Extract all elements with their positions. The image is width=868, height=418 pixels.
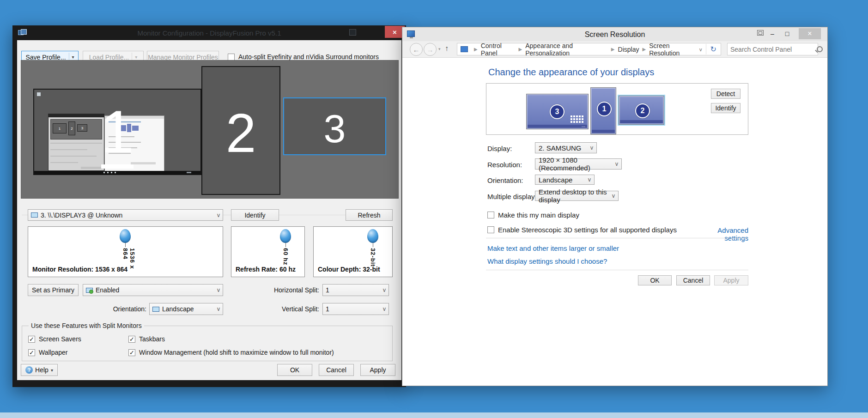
- window-management-checkbox[interactable]: ✓: [128, 349, 135, 356]
- apply-button[interactable]: Apply: [360, 364, 395, 376]
- preview-monitor-3[interactable]: 3: [283, 97, 386, 155]
- orientation-value: Landscape: [162, 305, 194, 313]
- slider-stem: [285, 243, 286, 247]
- enabled-value: Enabled: [96, 286, 119, 294]
- stereoscopic-row: Enable Stereoscopic 3D settings for all …: [487, 226, 677, 234]
- chevron-down-icon: v: [217, 306, 220, 312]
- up-button[interactable]: ↑: [445, 44, 449, 53]
- preview-monitor-2[interactable]: 2: [201, 66, 280, 195]
- taskbars-checkbox[interactable]: ✓: [128, 336, 135, 343]
- screen-resolution-titlebar: Screen Resolution – □ ×: [402, 27, 827, 41]
- back-button[interactable]: ←: [410, 43, 423, 56]
- refresh-rate-slider-handle[interactable]: [280, 229, 291, 243]
- chevron-down-icon: v: [383, 306, 386, 312]
- identify-button[interactable]: Identify: [231, 209, 279, 221]
- taskbars-row: ✓ Taskbars: [128, 335, 165, 343]
- search-input[interactable]: [728, 46, 817, 53]
- colour-depth-slider-handle[interactable]: [367, 229, 378, 243]
- ok-button[interactable]: OK: [638, 275, 672, 285]
- close-icon: ×: [807, 30, 812, 38]
- monitor-3-chin: ...: [528, 125, 587, 128]
- divider: [486, 238, 748, 238]
- breadcrumb-item-control-panel[interactable]: Control Panel: [481, 42, 516, 57]
- monitor-1-badge: 1: [597, 102, 612, 116]
- orientation-value: Landscape: [539, 176, 572, 184]
- page-title: Change the appearance of your displays: [488, 67, 654, 78]
- help-icon: ?: [25, 366, 33, 374]
- display-settings-help-link[interactable]: What display settings should I choose?: [487, 257, 607, 265]
- cancel-button[interactable]: Cancel: [676, 275, 710, 285]
- refresh-label: Refresh: [358, 212, 380, 219]
- breadcrumb-dropdown-icon[interactable]: v: [696, 47, 706, 52]
- forward-icon: →: [427, 46, 434, 54]
- search-icon[interactable]: [817, 46, 823, 52]
- cancel-button[interactable]: Cancel: [319, 364, 354, 376]
- arrangement-monitor-3[interactable]: 3 ...: [526, 94, 589, 129]
- main-display-label: Make this my main display: [498, 211, 579, 219]
- screen-savers-checkbox[interactable]: ✓: [28, 336, 35, 343]
- identify-button[interactable]: Identify: [711, 103, 741, 113]
- stereoscopic-checkbox[interactable]: [487, 226, 494, 233]
- multiple-displays-label: Multiple displays:: [487, 193, 540, 200]
- display-value: 2. SAMSUNG: [539, 144, 582, 152]
- history-dropdown-icon[interactable]: ▾: [438, 47, 441, 51]
- forward-button[interactable]: →: [424, 43, 437, 56]
- breadcrumb-item-appearance[interactable]: Appearance and Personalization: [525, 42, 608, 57]
- breadcrumb-separator-icon: ▶: [519, 47, 522, 52]
- minimize-button[interactable]: –: [765, 28, 779, 39]
- preview-monitor-1[interactable]: 1 2 3: [33, 89, 201, 175]
- arrangement-monitor-1[interactable]: 1: [590, 87, 616, 134]
- search-box: [727, 43, 818, 55]
- resolution-select[interactable]: 1920 × 1080 (Recommended) v: [535, 158, 622, 170]
- advanced-settings-link[interactable]: Advanced settings: [704, 226, 748, 242]
- navigation-bar: ← → ▾ ↑ ▶ Control Panel ▶ Appearance and…: [402, 41, 827, 58]
- maximize-button[interactable]: □: [780, 28, 794, 39]
- horizontal-split-select[interactable]: 1 v: [322, 284, 389, 296]
- vertical-split-select[interactable]: 1 v: [322, 303, 389, 315]
- identify-label: Identify: [715, 104, 736, 112]
- colour-depth-caption: Colour Depth: 32-bit: [318, 266, 380, 273]
- chevron-down-icon: v: [612, 193, 615, 199]
- display-select[interactable]: 2. SAMSUNG v: [535, 142, 597, 153]
- orientation-select[interactable]: Landscape v: [149, 303, 223, 315]
- chevron-down-icon: v: [217, 287, 220, 293]
- autosplit-checkbox[interactable]: [228, 54, 235, 61]
- main-display-checkbox[interactable]: [487, 212, 494, 218]
- resolution-slider-handle[interactable]: [120, 229, 131, 243]
- ok-label: OK: [650, 277, 659, 284]
- apply-button[interactable]: Apply: [714, 275, 748, 285]
- wallpaper-checkbox[interactable]: ✓: [28, 349, 35, 356]
- refresh-button[interactable]: Refresh: [346, 209, 393, 221]
- apply-label: Apply: [723, 277, 739, 284]
- help-label: Help: [35, 366, 49, 374]
- display-device-select[interactable]: 3. \\.\DISPLAY3 @ Unknown v: [28, 209, 223, 221]
- orientation-select[interactable]: Landscape v: [535, 175, 595, 185]
- dropdown-arrow-icon: ▾: [51, 368, 53, 373]
- arrangement-monitor-2[interactable]: 2: [619, 96, 664, 125]
- displayfusion-window: Monitor Configuration - DisplayFusion Pr…: [12, 25, 406, 387]
- monitor-layout-preview: 1 2 3: [21, 60, 399, 199]
- breadcrumb: ▶ Control Panel ▶ Appearance and Persona…: [457, 43, 721, 55]
- breadcrumb-separator-icon: ▶: [474, 47, 478, 52]
- make-text-larger-link[interactable]: Make text and other items larger or smal…: [487, 244, 619, 252]
- start-screen-grid-icon: [571, 115, 572, 117]
- breadcrumb-item-screen-resolution[interactable]: Screen Resolution: [649, 42, 696, 57]
- close-button[interactable]: ×: [799, 28, 821, 39]
- breadcrumb-separator-icon: ▶: [642, 47, 646, 52]
- chevron-down-icon: v: [590, 145, 593, 151]
- desktop: Monitor Configuration - DisplayFusion Pr…: [0, 0, 868, 418]
- minimize-icon: –: [771, 30, 774, 37]
- help-button[interactable]: ? Help ▾: [21, 364, 58, 376]
- displayfusion-titlebar: Monitor Configuration - DisplayFusion Pr…: [12, 25, 406, 40]
- set-as-primary-button[interactable]: Set as Primary: [28, 284, 79, 296]
- close-icon: ×: [393, 28, 397, 36]
- refresh-icon[interactable]: ↻: [706, 44, 721, 55]
- multiple-displays-select[interactable]: Extend desktop to this display v: [535, 191, 619, 201]
- detect-button[interactable]: Detect: [711, 89, 741, 99]
- breadcrumb-item-display[interactable]: Display: [618, 46, 639, 53]
- ok-button[interactable]: OK: [277, 364, 312, 376]
- orientation-label: Orientation:: [487, 176, 523, 184]
- enabled-select[interactable]: Enabled v: [83, 284, 223, 296]
- window-management-label: Window Management (hold shift to maximiz…: [139, 349, 334, 356]
- titlebar-pin-icon: [349, 29, 356, 36]
